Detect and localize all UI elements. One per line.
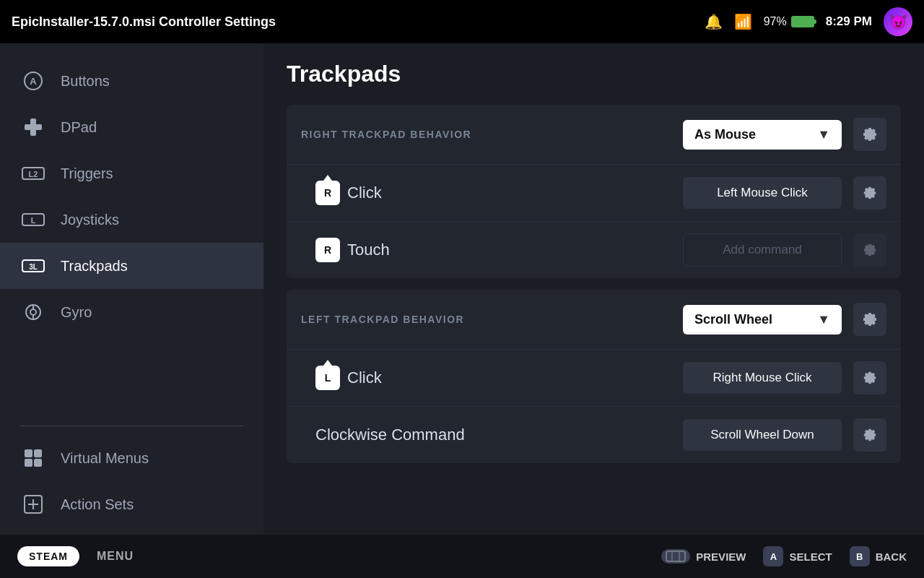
svg-rect-17 [34, 459, 42, 467]
svg-text:L2: L2 [29, 170, 38, 178]
right-click-settings-button[interactable] [853, 176, 886, 210]
back-label: BACK [876, 551, 907, 563]
right-trackpad-section: RIGHT TRACKPAD BEHAVIOR As Mouse ▼ [287, 105, 901, 278]
right-click-value[interactable]: Left Mouse Click [683, 177, 842, 209]
right-touch-label: Touch [347, 241, 390, 259]
buttons-label: Buttons [61, 73, 110, 90]
right-touch-badge: R [315, 238, 340, 262]
left-trackpad-section: LEFT TRACKPAD BEHAVIOR Scroll Wheel ▼ [287, 290, 901, 463]
battery-info: 97% [764, 15, 814, 28]
dropdown-arrow-icon: ▼ [817, 127, 830, 142]
preview-icon [661, 549, 690, 564]
svg-text:L: L [31, 216, 36, 225]
svg-point-11 [30, 309, 36, 315]
preview-label: PREVIEW [696, 551, 746, 563]
trackpads-label: Trackpads [61, 258, 128, 275]
right-touch-settings-button[interactable] [853, 233, 886, 267]
clockwise-value[interactable]: Scroll Wheel Down [683, 419, 842, 451]
right-touch-icon-wrapper: R Touch [315, 238, 390, 262]
left-trackpad-header: LEFT TRACKPAD BEHAVIOR Scroll Wheel ▼ [287, 290, 901, 350]
menu-label: MENU [97, 550, 134, 563]
window-title: EpicInstaller-15.7.0.msi Controller Sett… [12, 14, 696, 30]
buttons-icon: A [20, 68, 46, 94]
joysticks-icon: L [20, 207, 46, 233]
left-click-label: Click [347, 368, 382, 387]
preview-action[interactable]: PREVIEW [661, 549, 746, 564]
back-action[interactable]: B BACK [850, 546, 907, 566]
right-touch-value[interactable]: Add command [683, 233, 842, 267]
content-area: Trackpads RIGHT TRACKPAD BEHAVIOR As Mou… [263, 43, 924, 535]
sidebar-item-dpad[interactable]: DPad [0, 104, 263, 150]
bottom-bar: STEAM MENU PREVIEW A SELECT B BACK [0, 535, 924, 578]
left-dropdown-arrow-icon: ▼ [817, 312, 830, 327]
left-badge-arrow-icon [323, 360, 332, 366]
left-click-value[interactable]: Right Mouse Click [683, 362, 842, 394]
right-click-badge: R [315, 181, 340, 205]
sidebar-item-action-sets[interactable]: Action Sets [0, 481, 263, 527]
steam-button[interactable]: STEAM [17, 546, 79, 566]
gyro-label: Gyro [61, 304, 92, 321]
right-trackpad-behavior-value: As Mouse [694, 127, 808, 142]
right-trackpad-settings-button[interactable] [853, 118, 886, 151]
select-badge: A [763, 546, 783, 566]
triggers-icon: L2 [20, 160, 46, 186]
top-bar: EpicInstaller-15.7.0.msi Controller Sett… [0, 0, 924, 43]
sidebar-item-gyro[interactable]: Gyro [0, 289, 263, 335]
right-trackpad-label: RIGHT TRACKPAD BEHAVIOR [301, 129, 671, 140]
page-title: Trackpads [287, 61, 901, 87]
left-click-badge: L [315, 366, 340, 390]
dpad-label: DPad [61, 119, 97, 136]
right-click-row: R Click Left Mouse Click [287, 165, 901, 222]
select-action[interactable]: A SELECT [763, 546, 832, 566]
sidebar-bottom: Virtual Menus Action Sets [0, 435, 263, 535]
virtual-menus-label: Virtual Menus [61, 450, 149, 467]
virtual-menus-icon [20, 445, 46, 471]
battery-bar [791, 16, 814, 27]
left-click-settings-button[interactable] [853, 361, 886, 394]
right-trackpad-header: RIGHT TRACKPAD BEHAVIOR As Mouse ▼ [287, 105, 901, 165]
left-trackpad-behavior-value: Scroll Wheel [694, 312, 808, 327]
sidebar-divider [20, 426, 243, 426]
gyro-icon [20, 299, 46, 325]
clock: 8:29 PM [826, 14, 872, 29]
clockwise-row: Clockwise Command Scroll Wheel Down [287, 407, 901, 463]
svg-rect-3 [25, 124, 42, 130]
sidebar-item-trackpads[interactable]: 3L Trackpads [0, 243, 263, 289]
badge-arrow-icon [323, 175, 332, 181]
svg-text:A: A [30, 76, 37, 87]
select-label: SELECT [789, 551, 832, 563]
sidebar-item-joysticks[interactable]: L Joysticks [0, 197, 263, 243]
left-click-icon-wrapper: L Click [315, 366, 382, 390]
triggers-label: Triggers [61, 165, 113, 182]
sidebar-nav: A Buttons DPad L2 [0, 58, 263, 417]
action-sets-icon [20, 491, 46, 517]
main-layout: A Buttons DPad L2 [0, 43, 924, 535]
trackpads-icon: 3L [20, 253, 46, 279]
user-avatar: 😈 [884, 7, 912, 36]
svg-rect-16 [25, 459, 32, 467]
right-touch-row: R Touch Add command [287, 222, 901, 278]
back-badge: B [850, 546, 870, 566]
svg-rect-14 [25, 449, 32, 457]
right-click-icon-wrapper: R Click [315, 181, 382, 205]
clockwise-label: Clockwise Command [315, 426, 488, 444]
wifi-icon: 📶 [734, 13, 752, 30]
action-sets-label: Action Sets [61, 496, 134, 513]
right-click-label: Click [347, 184, 382, 202]
dpad-icon [20, 114, 46, 140]
clockwise-settings-button[interactable] [853, 418, 886, 452]
sidebar-item-virtual-menus[interactable]: Virtual Menus [0, 435, 263, 481]
left-trackpad-dropdown[interactable]: Scroll Wheel ▼ [683, 305, 842, 335]
left-click-row: L Click Right Mouse Click [287, 350, 901, 407]
svg-text:3L: 3L [29, 263, 38, 271]
svg-rect-15 [34, 449, 42, 457]
sidebar-item-triggers[interactable]: L2 Triggers [0, 150, 263, 197]
left-trackpad-settings-button[interactable] [853, 303, 886, 336]
svg-rect-21 [666, 551, 685, 561]
left-trackpad-label: LEFT TRACKPAD BEHAVIOR [301, 314, 671, 325]
sidebar: A Buttons DPad L2 [0, 43, 263, 535]
notification-icon: 🔔 [705, 13, 723, 30]
top-bar-icons: 🔔 📶 97% 8:29 PM 😈 [705, 7, 912, 36]
right-trackpad-dropdown[interactable]: As Mouse ▼ [683, 120, 842, 150]
sidebar-item-buttons[interactable]: A Buttons [0, 58, 263, 104]
